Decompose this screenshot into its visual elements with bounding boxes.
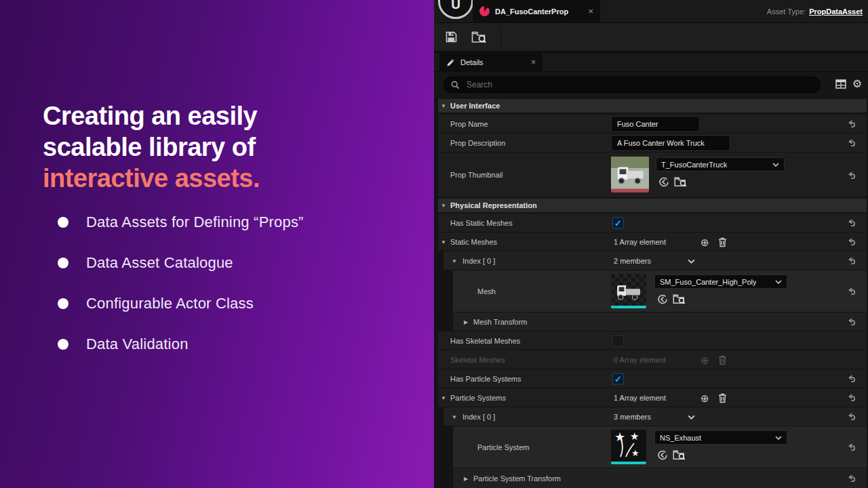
category-user-interface[interactable]: ▼ User Interface	[438, 99, 867, 113]
collapse-arrow-icon[interactable]: ▼	[441, 239, 446, 245]
collapse-arrow-icon[interactable]: ▼	[452, 258, 457, 264]
display-filter-button[interactable]	[834, 77, 848, 91]
clear-array-button[interactable]	[717, 393, 727, 403]
mesh-dropdown[interactable]: SM_Fuso_Canter_High_Poly	[654, 274, 787, 289]
browse-to-asset-button[interactable]	[673, 293, 686, 305]
screen: Creating an easily scalable library of i…	[0, 0, 868, 488]
reset-to-default-button[interactable]	[846, 286, 856, 296]
collapse-arrow-icon[interactable]: ▼	[441, 203, 446, 209]
toolbar	[434, 23, 868, 54]
undo-icon	[846, 393, 856, 403]
expand-arrow-icon[interactable]: ▶	[464, 475, 468, 481]
browse-icon	[471, 30, 488, 44]
collapse-arrow-icon[interactable]: ▼	[441, 394, 446, 401]
unreal-logo-icon[interactable]: U	[438, 0, 473, 19]
expand-arrow-icon[interactable]: ▶	[464, 319, 468, 325]
texture-thumbnail[interactable]	[611, 157, 649, 192]
row-prop-description: Prop Description	[438, 134, 867, 152]
element-options-button[interactable]	[688, 415, 695, 420]
clear-array-button	[717, 355, 727, 365]
bullet-item: Data Assets for Defining “Props”	[58, 211, 304, 233]
browse-icon	[673, 293, 686, 305]
reset-to-default-button[interactable]	[846, 256, 856, 266]
browse-to-asset-button[interactable]	[673, 449, 686, 461]
reset-to-default-button[interactable]	[846, 442, 856, 452]
niagara-stars-image: ★ ★ ★	[611, 430, 646, 464]
use-selected-asset-button[interactable]	[656, 449, 668, 461]
row-prop-name: Prop Name	[438, 115, 867, 134]
clear-array-button[interactable]	[717, 237, 727, 247]
tab-close-icon[interactable]: ×	[588, 7, 593, 16]
reset-to-default-button[interactable]	[846, 411, 856, 422]
add-element-button[interactable]: ⊕	[701, 237, 709, 247]
prop-thumbnail-dropdown[interactable]: T_FusoCanterTruck	[656, 157, 785, 171]
reset-to-default-button[interactable]	[846, 317, 856, 327]
has-particle-systems-checkbox[interactable]: ✓	[612, 373, 624, 384]
undo-icon	[846, 474, 856, 483]
search-input[interactable]	[465, 79, 780, 90]
bullet-dot	[58, 298, 68, 309]
category-physical-representation[interactable]: ▼ Physical Representation	[438, 199, 867, 213]
property-label: Mesh Transform	[473, 318, 527, 326]
data-asset-icon	[479, 6, 490, 16]
slide-title-accent: interactive assets.	[43, 163, 260, 194]
reset-to-default-button[interactable]	[846, 119, 856, 129]
bullet-dot	[58, 258, 68, 268]
bullet-label: Configurable Actor Class	[86, 295, 254, 312]
browse-to-asset-button[interactable]	[468, 27, 491, 47]
array-size: 1 Array element	[614, 238, 666, 246]
reset-to-default-button[interactable]	[846, 373, 856, 384]
browse-to-asset-button[interactable]	[674, 176, 688, 188]
slide-panel: Creating an easily scalable library of i…	[0, 0, 434, 488]
trash-icon	[718, 237, 727, 247]
prop-description-field[interactable]	[612, 136, 729, 150]
row-mesh-transform: ▶ Mesh Transform	[453, 312, 867, 331]
use-selected-icon	[656, 293, 668, 305]
asset-editor-tab[interactable]: DA_FusoCanterProp ×	[473, 0, 600, 22]
use-selected-icon	[656, 449, 668, 461]
row-has-skeletal-meshes: Has Skeletal Meshes	[438, 331, 867, 350]
browse-icon	[673, 449, 686, 461]
asset-type-value[interactable]: PropDataAsset	[809, 7, 863, 16]
static-mesh-thumbnail[interactable]	[611, 274, 646, 308]
has-skeletal-meshes-checkbox[interactable]	[612, 335, 624, 346]
trash-icon	[718, 355, 727, 365]
search-bar[interactable]	[443, 77, 821, 93]
row-particle-systems-array: ▼ Particle Systems 1 Array element ⊕	[438, 388, 867, 407]
bullet-label: Data Assets for Defining “Props”	[86, 214, 304, 231]
property-label: Has Particle Systems	[450, 375, 521, 383]
use-selected-asset-button[interactable]	[657, 176, 669, 188]
bullet-item: Data Asset Catalogue	[58, 252, 304, 274]
niagara-thumbnail[interactable]: ★ ★ ★	[611, 430, 646, 464]
category-label: User Interface	[450, 102, 500, 110]
reset-to-default-button[interactable]	[846, 392, 856, 403]
truck-mesh-image	[611, 274, 646, 306]
reset-to-default-button[interactable]	[846, 237, 856, 247]
detail-settings-button[interactable]: ⚙	[850, 77, 864, 91]
add-element-button[interactable]: ⊕	[701, 392, 709, 403]
bullet-dot	[58, 217, 68, 228]
reset-to-default-button[interactable]	[846, 218, 856, 228]
table-view-icon	[835, 79, 846, 89]
details-tab-close-icon[interactable]: ×	[531, 58, 536, 66]
reset-to-default-button[interactable]	[846, 473, 856, 483]
element-options-button[interactable]	[688, 259, 695, 264]
particle-system-dropdown[interactable]: NS_Exhaust	[654, 430, 787, 445]
save-button[interactable]	[439, 27, 462, 47]
collapse-arrow-icon[interactable]: ▼	[441, 103, 446, 109]
reset-to-default-button[interactable]	[846, 170, 856, 180]
details-tab[interactable]: Details ×	[439, 54, 542, 71]
chevron-down-icon	[772, 163, 779, 167]
has-static-meshes-checkbox[interactable]: ✓	[612, 217, 624, 228]
reset-to-default-button[interactable]	[846, 138, 856, 148]
undo-icon	[846, 317, 856, 327]
chevron-down-icon	[688, 259, 695, 264]
use-selected-asset-button[interactable]	[656, 293, 668, 305]
prop-name-field[interactable]	[612, 117, 698, 131]
collapse-arrow-icon[interactable]: ▼	[452, 413, 457, 420]
slide-title-line1: Creating an easily	[43, 100, 260, 131]
property-label: Particle Systems	[450, 394, 506, 402]
bullet-label: Data Validation	[86, 336, 189, 353]
member-count: 2 members	[614, 257, 651, 265]
undo-icon	[846, 218, 856, 228]
